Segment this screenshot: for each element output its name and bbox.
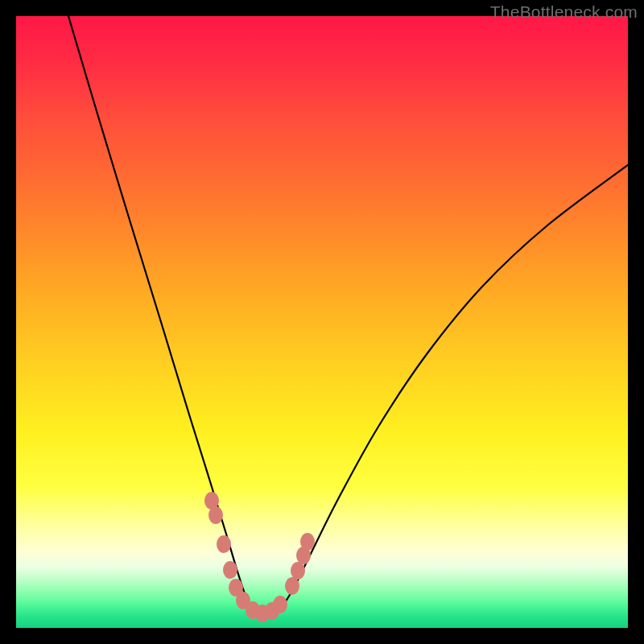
curve-marker: [223, 561, 237, 579]
watermark-text: TheBottleneck.com: [490, 2, 638, 22]
bottleneck-curve-svg: [16, 16, 628, 628]
curve-marker: [217, 535, 231, 553]
plot-area: [16, 16, 628, 628]
curve-marker: [285, 577, 299, 595]
bottleneck-curve-path: [68, 16, 628, 616]
curve-marker: [208, 506, 223, 524]
chart-frame: TheBottleneck.com: [0, 0, 644, 644]
curve-marker: [273, 596, 287, 613]
curve-marker: [300, 533, 315, 551]
curve-marker: [291, 562, 305, 580]
marker-group: [204, 492, 315, 622]
